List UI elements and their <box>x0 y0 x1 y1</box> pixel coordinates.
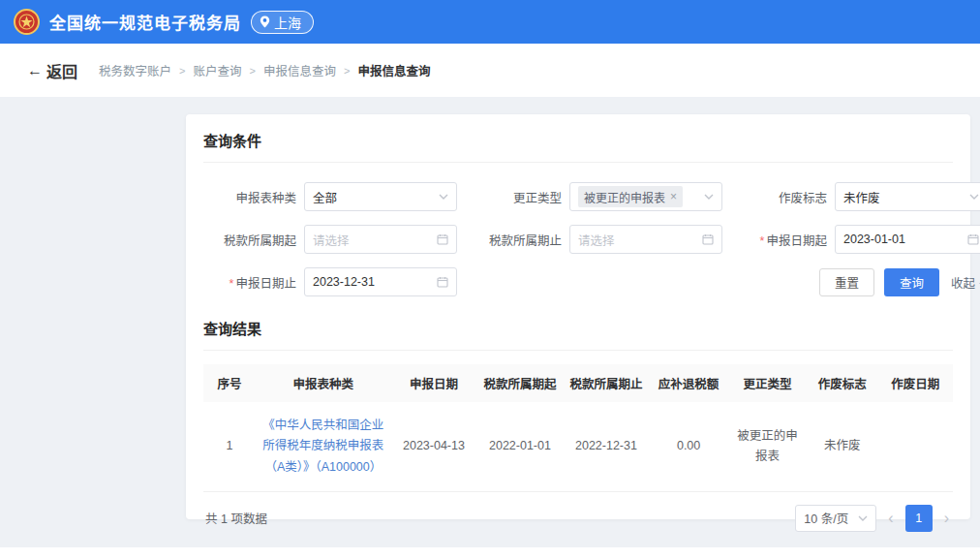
table-row: 1 《中华人民共和国企业所得税年度纳税申报表（A类）》（A100000） 202… <box>203 402 953 491</box>
declaration-type-value: 全部 <box>313 188 435 206</box>
correction-type-tag: 被更正的申报表 × <box>578 186 683 207</box>
query-results-title: 查询结果 <box>203 318 953 338</box>
divider <box>203 162 953 163</box>
region-label: 上海 <box>274 13 301 32</box>
void-flag-label: 作废标志 <box>734 188 827 206</box>
query-card: 查询条件 申报表种类 全部 更正类型 <box>186 114 970 519</box>
tax-period-end-label: 税款所属期止 <box>469 231 562 249</box>
query-form: 申报表种类 全部 更正类型 被更正的申报表 × <box>203 182 953 296</box>
next-page-button[interactable]: › <box>942 510 951 527</box>
breadcrumb-item-declaration-query[interactable]: 申报信息查询 <box>263 61 336 79</box>
cell-index: 1 <box>203 402 256 491</box>
header-index: 序号 <box>203 364 256 402</box>
pagination: 10 条/页 ‹ 1 › <box>795 505 951 532</box>
calendar-icon <box>437 276 448 288</box>
page-number-1[interactable]: 1 <box>905 505 933 532</box>
calendar-icon <box>702 233 714 245</box>
cell-form-name-link[interactable]: 《中华人民共和国企业所得税年度纳税申报表（A类）》（A100000） <box>262 419 383 474</box>
declare-date-end-datepicker[interactable]: 2023-12-31 <box>304 267 457 296</box>
table-footer: 共 1 项数据 10 条/页 ‹ 1 › <box>203 492 953 538</box>
back-label: 返回 <box>46 59 77 82</box>
app-title: 全国统一规范电子税务局 <box>49 10 241 34</box>
prev-page-button[interactable]: ‹ <box>886 510 895 527</box>
declare-date-start-value: 2023-01-01 <box>843 233 964 246</box>
cell-void-date <box>878 402 953 491</box>
field-declare-date-end: *申报日期止 2023-12-31 <box>203 267 457 296</box>
correction-type-select[interactable]: 被更正的申报表 × <box>569 182 722 211</box>
header-void-date: 作废日期 <box>878 364 953 402</box>
cell-declare-date: 2023-04-13 <box>390 402 476 491</box>
collapse-toggle[interactable]: 收起 <box>951 273 980 292</box>
calendar-icon <box>967 233 979 245</box>
declaration-type-label: 申报表种类 <box>203 188 296 206</box>
header-period-start: 税款所属期起 <box>476 364 563 402</box>
header-declare-date: 申报日期 <box>390 364 476 402</box>
query-conditions-title: 查询条件 <box>203 130 953 150</box>
reset-button[interactable]: 重置 <box>819 268 874 296</box>
total-count-text: 共 1 项数据 <box>205 509 267 527</box>
declare-date-start-datepicker[interactable]: 2023-01-01 <box>835 225 980 254</box>
page-size-value: 10 条/页 <box>804 509 848 527</box>
breadcrumb-item-digital-account[interactable]: 税务数字账户 <box>99 61 171 79</box>
chevron-down-icon <box>858 515 868 521</box>
query-button[interactable]: 查询 <box>884 268 939 296</box>
collapse-label: 收起 <box>951 273 975 292</box>
declare-date-end-label: *申报日期止 <box>203 273 296 292</box>
back-button[interactable]: ←返回 <box>27 59 77 82</box>
void-flag-value: 未作废 <box>843 188 965 206</box>
calendar-icon <box>437 233 448 245</box>
chevron-down-icon <box>704 194 714 200</box>
field-tax-period-end: 税款所属期止 请选择 <box>469 225 722 254</box>
results-table-header: 序号 申报表种类 申报日期 税款所属期起 税款所属期止 应补退税额 更正类型 作… <box>203 364 953 402</box>
main-content-area: 查询条件 申报表种类 全部 更正类型 <box>0 97 980 547</box>
bottom-strip <box>0 547 980 559</box>
tax-period-start-placeholder: 请选择 <box>313 231 433 249</box>
field-declaration-type: 申报表种类 全部 <box>203 182 457 211</box>
header-refund-amount: 应补退税额 <box>649 364 727 402</box>
back-arrow-icon: ← <box>27 62 43 79</box>
tax-period-start-label: 税款所属期起 <box>203 231 296 249</box>
tax-period-end-placeholder: 请选择 <box>578 231 698 249</box>
header-form-name: 申报表种类 <box>256 364 390 402</box>
void-flag-select[interactable]: 未作废 <box>835 182 980 211</box>
required-asterisk: * <box>230 277 234 291</box>
cell-period-end: 2022-12-31 <box>563 402 649 491</box>
field-void-flag: 作废标志 未作废 <box>734 182 980 211</box>
results-table: 序号 申报表种类 申报日期 税款所属期起 税款所属期止 应补退税额 更正类型 作… <box>203 364 953 492</box>
required-asterisk: * <box>760 234 765 248</box>
query-conditions-section: 查询条件 申报表种类 全部 更正类型 <box>203 130 953 296</box>
page-size-select[interactable]: 10 条/页 <box>795 505 876 532</box>
cell-correction-type: 被更正的申报表 <box>728 402 807 491</box>
header-correction-type: 更正类型 <box>728 364 807 402</box>
breadcrumb-separator: > <box>179 65 185 77</box>
breadcrumb-separator: > <box>344 65 350 77</box>
breadcrumb: 税务数字账户 > 账户查询 > 申报信息查询 > 申报信息查询 <box>99 61 430 79</box>
chevron-down-icon <box>969 194 979 200</box>
tag-close-icon[interactable]: × <box>670 191 677 202</box>
tax-period-start-datepicker[interactable]: 请选择 <box>304 225 457 254</box>
region-selector[interactable]: 上海 <box>251 11 314 34</box>
breadcrumb-bar: ←返回 税务数字账户 > 账户查询 > 申报信息查询 > 申报信息查询 <box>0 44 980 97</box>
form-actions: 重置 查询 收起 <box>469 267 980 296</box>
field-declare-date-start: *申报日期起 2023-01-01 <box>734 225 980 254</box>
declare-date-start-label: *申报日期起 <box>734 231 827 249</box>
cell-refund-amount: 0.00 <box>649 402 727 491</box>
field-tax-period-start: 税款所属期起 请选择 <box>203 225 457 254</box>
declare-date-end-label-text: 申报日期止 <box>235 277 296 291</box>
breadcrumb-separator: > <box>249 65 255 77</box>
tax-period-end-datepicker[interactable]: 请选择 <box>569 225 722 254</box>
location-pin-icon <box>260 16 270 28</box>
cell-void-flag: 未作废 <box>807 402 878 491</box>
header-period-end: 税款所属期止 <box>563 364 649 402</box>
declare-date-start-label-text: 申报日期起 <box>766 234 827 248</box>
query-results-section: 查询结果 序号 申报表种类 申报日期 税款所属期起 税款所属期止 应补退税额 更… <box>203 318 953 538</box>
declare-date-end-value: 2023-12-31 <box>313 275 433 289</box>
field-correction-type: 更正类型 被更正的申报表 × <box>469 182 722 211</box>
divider <box>203 350 953 351</box>
header-void-flag: 作废标志 <box>807 364 878 402</box>
breadcrumb-current-page: 申报信息查询 <box>357 61 430 79</box>
national-emblem-logo <box>14 9 40 35</box>
correction-type-label: 更正类型 <box>469 188 562 206</box>
breadcrumb-item-account-query[interactable]: 账户查询 <box>193 61 241 79</box>
declaration-type-select[interactable]: 全部 <box>304 182 457 211</box>
